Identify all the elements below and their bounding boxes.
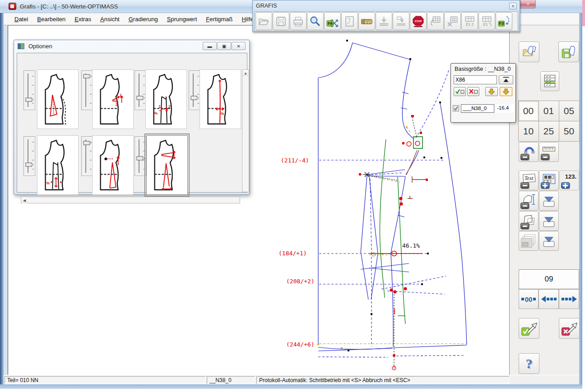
table-e12-button[interactable]: E1 2 [461,12,478,30]
move-down-button[interactable] [485,87,498,96]
apply-layers-button[interactable] [539,231,559,251]
text-remove-button[interactable]: Text [519,171,539,190]
save-file-button[interactable] [273,12,289,30]
menu-item-sprungwert[interactable]: Sprungwert [162,14,201,24]
remove-chip-icon [520,223,529,229]
remove-chip-icon [520,154,529,160]
confirm-button[interactable] [519,318,539,339]
step-size-00-button[interactable]: 00 [518,101,539,121]
help-button[interactable]: ? [519,353,539,374]
page-preview-button[interactable] [341,12,358,30]
table-e1x-button[interactable]: E1 [478,12,495,30]
step-size-10-button[interactable]: 10 [518,121,539,142]
stop-button[interactable]: STOP [410,12,427,30]
size-row-checkbox[interactable] [453,105,459,111]
grafis-toolbar-titlebar[interactable]: GRAFIS [253,0,520,11]
option-6-dart-from-point[interactable] [92,135,134,195]
option-2-dart-rotate[interactable]: 1 2 [92,69,134,129]
svg-text:%: % [221,111,224,116]
zoom-button[interactable] [307,12,324,30]
move-down-active-button[interactable] [500,87,512,96]
option-7-slider[interactable] [135,136,146,176]
background-strip [582,0,585,26]
measure-tape-button[interactable] [358,12,375,30]
basisgroesse-title: Basisgröße : __N38_0 [455,66,511,72]
menu-item-extras[interactable]: Extras [70,14,96,24]
scroll-top-button[interactable] [499,75,513,84]
scroll-left-icon[interactable]: ◀ [21,197,28,203]
square-glyph [547,298,549,300]
menu-item-datei[interactable]: Datei [10,14,32,24]
seam-lines [380,137,422,324]
cancel-x-arrow-icon [560,319,579,338]
cancel-button[interactable] [559,318,580,339]
check-all-button[interactable] [454,87,466,96]
toolbar-close-icon[interactable]: ✕ [509,3,517,9]
square-glyph [562,298,564,300]
step-size-01-button[interactable]: 01 [539,101,559,121]
svg-text:F3: F3 [499,21,504,26]
option-1-dart-with-ghost-panel[interactable] [37,69,79,129]
option-2-slider[interactable] [81,70,93,110]
table-reload-button[interactable] [427,12,444,30]
remove-chip-icon [541,154,549,160]
symbols-add-button[interactable] [539,171,559,190]
apply-copy-button[interactable] [539,211,559,231]
layers-button[interactable] [519,231,539,251]
window-border-bottom [0,384,582,389]
option-5-slider[interactable] [23,136,35,176]
option-3-panel-shift[interactable]: 1 2 % [145,69,187,129]
grade-f3-button[interactable]: F3 [496,12,512,30]
insert-measure-alt-button[interactable] [393,12,409,30]
step-back-button[interactable] [539,289,559,309]
print-button[interactable] [290,12,306,30]
status-message: Protokoll-Automatik: Schrittbetrieb mit … [256,376,509,384]
option-5-panel-scale[interactable]: % [37,135,79,195]
menu-item-ansicht[interactable]: Ansicht [96,14,124,24]
step-forward-button[interactable] [559,289,579,309]
piece-copy-button[interactable] [519,211,539,231]
step-size-50-button[interactable]: 50 [559,121,580,142]
option-4-length-axis[interactable]: % [200,69,241,129]
grafis-toolbar-buttons: F6STOPE1 2E1 F3 [254,11,518,31]
save-part-button[interactable] [558,42,579,62]
scroll-up-icon[interactable]: ▲ [242,70,249,76]
black-marks [317,40,442,370]
step-zero-button[interactable]: 00 [519,289,539,309]
menu-item-bearbeiten[interactable]: Bearbeiten [32,14,70,24]
optionen-minimize-button[interactable]: ▬ [203,42,217,50]
option-7-dart-combined[interactable] [146,135,188,195]
insert-measure-button[interactable] [376,12,392,30]
optionen-close-button[interactable]: ✕ [232,42,246,50]
down-arrow-icon [488,88,495,95]
optionen-maximize-button[interactable]: ▣ [217,42,231,50]
step-size-25-button[interactable]: 25 [539,121,559,142]
size-input[interactable] [454,75,497,84]
option-3-slider[interactable] [135,70,146,110]
menu-item-gradierung[interactable]: Gradierung [124,14,162,24]
open-part-button[interactable] [519,42,539,62]
magnet-snap-button[interactable] [519,142,539,162]
option-4-slider[interactable] [189,70,200,110]
optionen-hscrollbar[interactable]: ◀ [21,197,240,203]
numbers-add-button[interactable]: 123. [559,171,579,190]
close-button[interactable]: ✕ [520,0,536,9]
svg-text:STOP: STOP [415,20,422,23]
insert-down-icon [540,212,558,230]
table-delete-button[interactable] [444,12,461,30]
option-6-slider[interactable] [81,136,93,176]
svg-text:%: % [46,181,50,185]
apply-measure-button[interactable] [539,191,559,211]
status-size: __N38_0 [207,376,255,384]
optionen-vscrollbar[interactable]: ▲ [242,69,249,192]
menu-item-fertigma[interactable]: Fertigmaß [201,14,237,24]
ruler-snap-button[interactable] [539,142,559,162]
uncheck-all-button[interactable] [467,87,479,96]
fit-view-f6-button[interactable]: F6 [324,12,341,30]
piece-measure-button[interactable] [519,191,539,211]
step-size-05-button[interactable]: 05 [559,101,580,121]
option-1-slider[interactable] [23,70,35,110]
open-file-button[interactable] [255,12,272,30]
layers-icon [520,232,538,250]
part-list-button[interactable] [540,71,559,91]
